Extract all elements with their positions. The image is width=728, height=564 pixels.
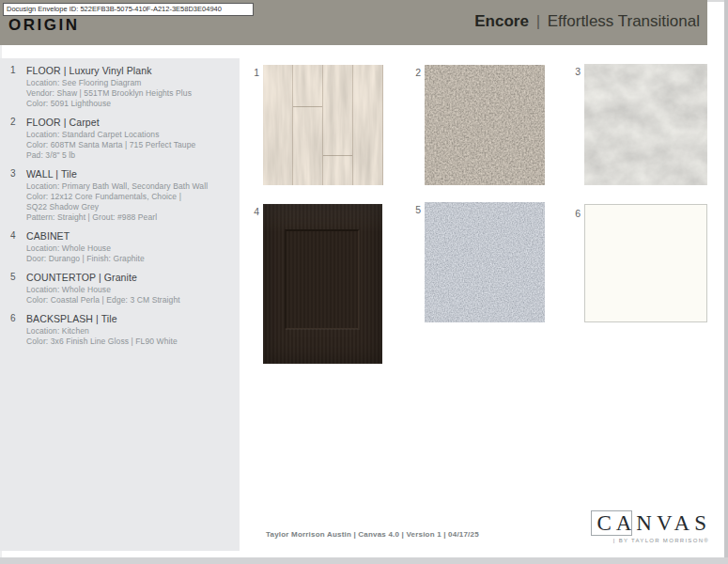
spec-item-detail: Color: Coastal Perla | Edge: 3 CM Straig… (26, 295, 240, 306)
origin-brand-logo: ORIGIN (8, 16, 79, 35)
spec-item-cabinet: 4 CABINET Location: Whole House Door: Du… (0, 230, 240, 264)
spec-item-detail: Location: Whole House (26, 243, 240, 254)
spec-item-number: 3 (10, 168, 26, 223)
swatch-number: 6 (567, 208, 581, 219)
swatch-carpet-image (425, 65, 545, 185)
spec-item-number: 1 (10, 65, 26, 109)
spec-item-body: COUNTERTOP | Granite Location: Whole Hou… (26, 272, 240, 306)
spec-item-detail: Location: Primary Bath Wall, Secondary B… (26, 181, 240, 192)
spec-item-detail: Pad: 3/8" 5 lb (26, 150, 240, 161)
swatch-granite-image (425, 202, 545, 322)
spec-item-detail: Location: Kitchen (26, 326, 240, 337)
spec-item-number: 4 (10, 230, 26, 264)
spec-item-countertop: 5 COUNTERTOP | Granite Location: Whole H… (0, 272, 240, 306)
style-name: Effortless Transitional (548, 12, 700, 30)
spec-item-detail: Door: Durango | Finish: Graphite (26, 254, 240, 264)
spec-item-detail: Location: See Flooring Diagram (26, 78, 240, 88)
docusign-envelope-id: Docusign Envelope ID: 522EFB3B-5075-410F… (7, 5, 222, 13)
spec-item-floor-lvp: 1 FLOOR | Luxury Vinyl Plank Location: S… (0, 65, 240, 109)
spec-item-number: 6 (10, 313, 26, 347)
plank-seam (323, 155, 352, 156)
spec-item-detail: Color: 3x6 Finish Line Gloss | FL90 Whit… (26, 337, 240, 347)
spec-item-number: 2 (10, 117, 26, 161)
spec-item-detail: SQ22 Shadow Grey (26, 202, 240, 212)
spec-item-detail: Color: 5091 Lighthouse (26, 99, 240, 109)
cabinet-door-panel (285, 229, 359, 329)
swatch-backsplash-tile-image (584, 204, 707, 322)
docusign-envelope-banner: Docusign Envelope ID: 522EFB3B-5075-410F… (3, 3, 254, 16)
spec-item-number: 5 (10, 272, 26, 306)
spec-item-body: FLOOR | Carpet Location: Standard Carpet… (26, 117, 240, 161)
page-edge-right (724, 0, 728, 564)
spec-item-detail: Color: 608TM Santa Marta | 715 Perfect T… (26, 140, 240, 150)
spec-item-wall-tile: 3 WALL | Tile Location: Primary Bath Wal… (0, 168, 240, 223)
canvas-logo: CANVAS | BY TAYLOR MORRISON® (596, 510, 711, 543)
spec-item-title: FLOOR | Luxury Vinyl Plank (26, 65, 240, 76)
swatch-number: 2 (408, 67, 421, 78)
swatch-wall-tile-image (584, 64, 707, 185)
footer-version-info: Taylor Morrison Austin | Canvas 4.0 | Ve… (266, 530, 479, 539)
spec-item-detail: Location: Standard Carpet Locations (26, 130, 240, 140)
collection-name: Encore (474, 12, 529, 30)
canvas-wordmark: CANVAS (596, 510, 711, 536)
canvas-wordmark-text: CANVAS (596, 511, 711, 535)
spec-item-body: FLOOR | Luxury Vinyl Plank Location: See… (26, 65, 240, 109)
spec-item-detail: Color: 12x12 Core Fundamentals, Choice | (26, 192, 240, 202)
spec-item-title: FLOOR | Carpet (26, 117, 240, 128)
spec-item-body: WALL | Tile Location: Primary Bath Wall,… (26, 168, 240, 223)
swatch-cabinet-door-image (263, 204, 382, 364)
collection-title: Encore | Effortless Transitional (474, 12, 700, 31)
spec-item-detail: Location: Whole House (26, 285, 240, 295)
plank-seam (293, 106, 322, 107)
spec-sidebar: 1 FLOOR | Luxury Vinyl Plank Location: S… (0, 58, 240, 551)
design-spec-page: ORIGIN Encore | Effortless Transitional … (0, 0, 728, 564)
canvas-tagline: | BY TAYLOR MORRISON® (596, 538, 711, 543)
swatch-number: 1 (246, 67, 259, 78)
swatch-number: 4 (246, 206, 259, 217)
swatch-luxury-vinyl-plank-image (263, 65, 383, 185)
spec-item-body: BACKSPLASH | Tile Location: Kitchen Colo… (26, 313, 240, 347)
swatch-number: 5 (408, 204, 421, 215)
spec-item-title: BACKSPLASH | Tile (26, 313, 240, 324)
page-edge-bottom (0, 557, 728, 564)
title-separator: | (534, 12, 543, 30)
spec-item-detail: Pattern: Straight | Grout: #988 Pearl (26, 212, 240, 223)
spec-item-title: COUNTERTOP | Granite (26, 272, 240, 283)
spec-item-body: CABINET Location: Whole House Door: Dura… (26, 230, 240, 264)
spec-item-title: WALL | Tile (26, 168, 240, 180)
spec-item-backsplash: 6 BACKSPLASH | Tile Location: Kitchen Co… (0, 313, 240, 347)
spec-item-detail: Vendor: Shaw | 551TM Brooklyn Heights Pl… (26, 88, 240, 99)
spec-item-floor-carpet: 2 FLOOR | Carpet Location: Standard Carp… (0, 117, 240, 161)
spec-item-title: CABINET (26, 230, 240, 242)
swatch-number: 3 (567, 66, 581, 77)
